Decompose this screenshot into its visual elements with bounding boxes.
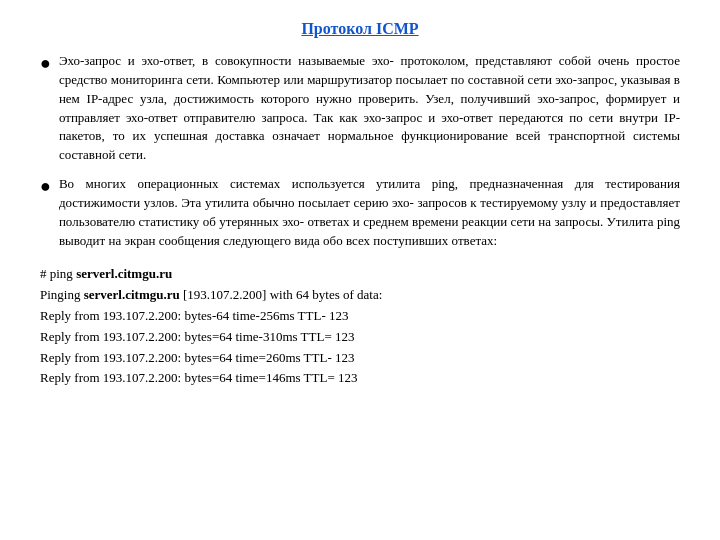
- code-line-2: Pinging serverl.citmgu.ru [193.107.2.200…: [40, 285, 680, 306]
- code-line-3: Reply from 193.107.2.200: bytes-64 time-…: [40, 306, 680, 327]
- code-line-4: Reply from 193.107.2.200: bytes=64 time-…: [40, 327, 680, 348]
- code-line1-bold: serverl.citmgu.ru: [76, 266, 172, 281]
- bullet-text-1: Эхо-запрос и эхо-ответ, в совокупности н…: [59, 52, 680, 165]
- code-line1-prefix: # ping: [40, 266, 76, 281]
- code-line-5: Reply from 193.107.2.200: bytes=64 time=…: [40, 348, 680, 369]
- code-line-1: # ping serverl.citmgu.ru: [40, 264, 680, 285]
- bullet-text-2: Во многих операционных системах использу…: [59, 175, 680, 250]
- bullet-icon-1: ●: [40, 53, 51, 75]
- bullet-icon-2: ●: [40, 176, 51, 198]
- page-title: Протокол ICMP: [40, 20, 680, 38]
- code-line2-suffix: [193.107.2.200] with 64 bytes of data:: [180, 287, 383, 302]
- code-line2-prefix: Pinging: [40, 287, 84, 302]
- bullet-item-2: ● Во многих операционных системах исполь…: [40, 175, 680, 250]
- page: Протокол ICMP ● Эхо-запрос и эхо-ответ, …: [0, 0, 720, 540]
- code-line2-bold: serverl.citmgu.ru: [84, 287, 180, 302]
- content-area: ● Эхо-запрос и эхо-ответ, в совокупности…: [40, 52, 680, 389]
- code-line-6: Reply from 193.107.2.200: bytes=64 time=…: [40, 368, 680, 389]
- code-block: # ping serverl.citmgu.ru Pinging serverl…: [40, 264, 680, 389]
- bullet-item-1: ● Эхо-запрос и эхо-ответ, в совокупности…: [40, 52, 680, 165]
